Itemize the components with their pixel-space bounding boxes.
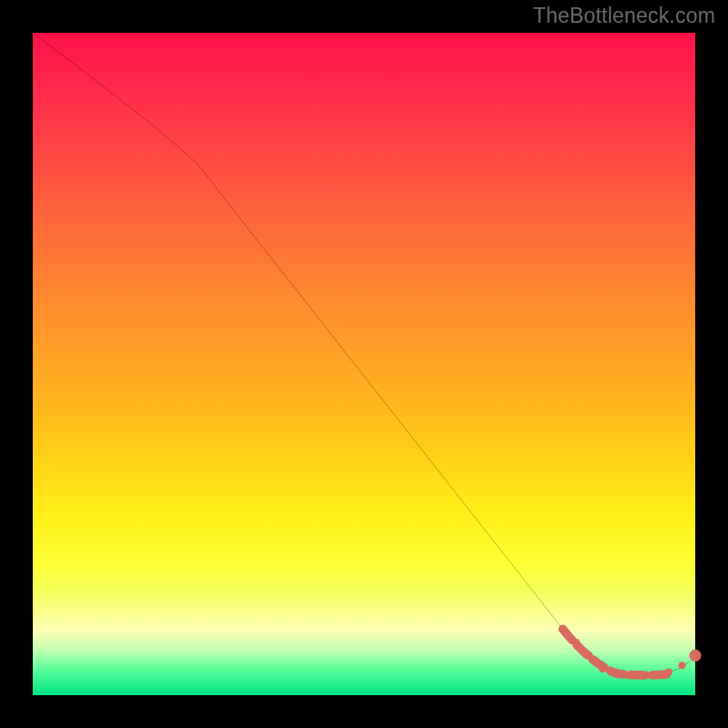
marker-dot bbox=[559, 625, 566, 632]
marker-dot bbox=[689, 650, 701, 662]
marker-dot bbox=[612, 669, 620, 676]
marker-dot bbox=[625, 672, 632, 679]
chart-svg bbox=[33, 33, 695, 695]
marker-dot bbox=[586, 652, 593, 659]
marker-dot bbox=[652, 672, 659, 679]
marker-dot bbox=[665, 669, 672, 676]
marker-dot bbox=[639, 672, 646, 679]
curve-line bbox=[33, 33, 695, 675]
flat-marker-segment bbox=[562, 629, 668, 675]
plot-area bbox=[33, 33, 695, 695]
marker-dot bbox=[678, 662, 685, 669]
marker-dot bbox=[599, 665, 606, 672]
marker-dot bbox=[572, 639, 580, 646]
watermark-text: TheBottleneck.com bbox=[533, 4, 715, 28]
chart-stage: TheBottleneck.com bbox=[0, 0, 728, 728]
